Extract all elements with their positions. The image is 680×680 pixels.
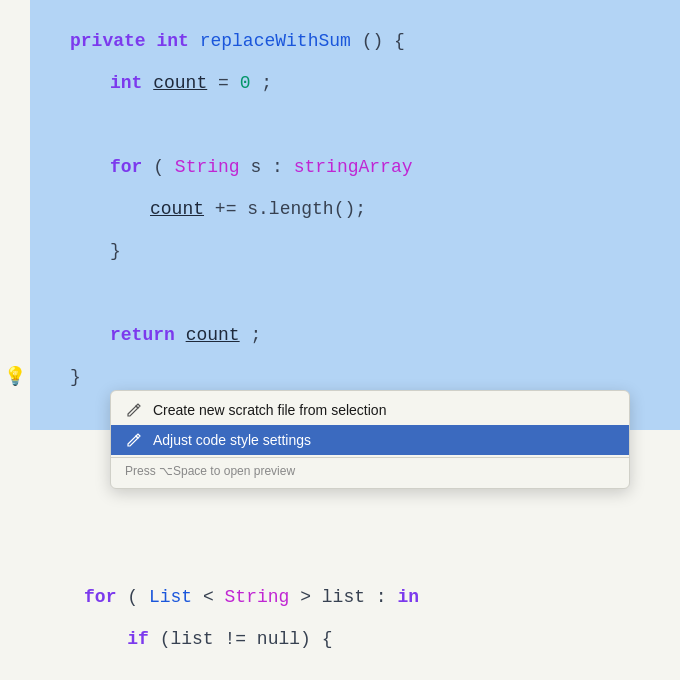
menu-item-style[interactable]: Adjust code style settings — [111, 425, 629, 455]
bulb-icon[interactable]: 💡 — [4, 356, 26, 398]
code-area-top: private int replaceWithSum () { int coun… — [0, 0, 680, 418]
line-8-text: return count ; — [30, 314, 261, 356]
kw-int: int — [156, 31, 188, 51]
menu-divider — [111, 457, 629, 458]
type-string: String — [175, 157, 240, 177]
code-line-3 — [0, 104, 680, 146]
code-line-5: count += s.length(); — [0, 188, 680, 230]
menu-item-scratch-label: Create new scratch file from selection — [153, 402, 386, 418]
method-name: replaceWithSum — [200, 31, 351, 51]
type-list: List — [149, 587, 192, 607]
line-2-text: int count = 0 ; — [30, 62, 272, 104]
menu-hint: Press ⌥Space to open preview — [111, 460, 629, 484]
code-line-2: int count = 0 ; — [0, 62, 680, 104]
menu-item-style-label: Adjust code style settings — [153, 432, 311, 448]
code-line-7 — [0, 272, 680, 314]
bottom-code-area: for ( List < String > list : in if (list… — [0, 576, 680, 680]
line-4-text: for ( String s : stringArray — [30, 146, 413, 188]
kw-if: if — [127, 629, 149, 649]
style-icon — [125, 431, 143, 449]
gutter-9: 💡 — [0, 356, 30, 398]
num-zero: 0 — [240, 73, 251, 93]
bottom-line-1: for ( List < String > list : in — [0, 576, 680, 618]
var-count-2: count — [150, 199, 204, 219]
kw-for-2: for — [84, 587, 116, 607]
kw-for: for — [110, 157, 142, 177]
var-count-1: count — [153, 73, 207, 93]
line-1-text: private int replaceWithSum () { — [30, 20, 405, 62]
bottom-line-2-text: if (list != null) { — [30, 618, 332, 660]
bottom-line-1-text: for ( List < String > list : in — [30, 576, 419, 618]
bottom-line-2: if (list != null) { — [0, 618, 680, 660]
code-line-8: return count ; — [0, 314, 680, 356]
context-menu: Create new scratch file from selection A… — [110, 390, 630, 489]
kw-int-2: int — [110, 73, 142, 93]
var-count-3: count — [186, 325, 240, 345]
line-5-text: count += s.length(); — [30, 188, 366, 230]
line-9-text: } — [30, 356, 81, 398]
line-6-text: } — [30, 230, 121, 272]
var-stringarray: stringArray — [294, 157, 413, 177]
code-line-6: } — [0, 230, 680, 272]
kw-return: return — [110, 325, 175, 345]
kw-private: private — [70, 31, 146, 51]
editor-container: private int replaceWithSum () { int coun… — [0, 0, 680, 680]
kw-in: in — [397, 587, 419, 607]
type-string-2: String — [225, 587, 290, 607]
menu-item-scratch[interactable]: Create new scratch file from selection — [111, 395, 629, 425]
code-line-4: for ( String s : stringArray — [0, 146, 680, 188]
code-line-1: private int replaceWithSum () { — [0, 20, 680, 62]
scratch-icon — [125, 401, 143, 419]
